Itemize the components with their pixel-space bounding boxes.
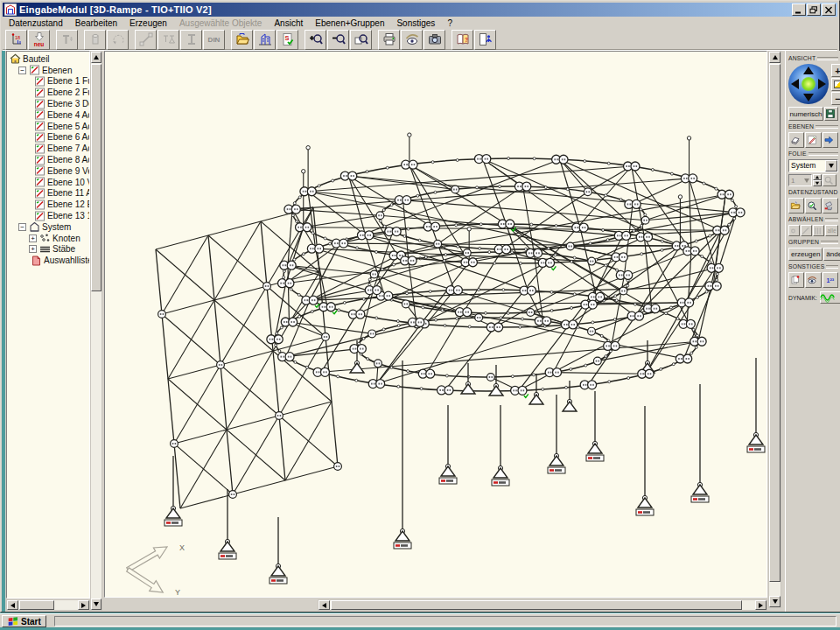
canvas-horizontal-scrollbar[interactable]: [318, 599, 767, 611]
zoom-out-view-button[interactable]: −: [831, 92, 840, 105]
tree-horizontal-scrollbar[interactable]: [6, 599, 90, 611]
expand-box-icon[interactable]: +: [29, 245, 37, 253]
tree-hscroll-thumb[interactable]: [19, 600, 54, 610]
close-button[interactable]: [822, 4, 836, 16]
zoom-mode-button[interactable]: [831, 78, 840, 91]
dropdown-arrow-icon[interactable]: [825, 160, 837, 172]
numerisch-button[interactable]: numerisch: [788, 107, 823, 121]
tree-item-bauteil[interactable]: Bauteil: [8, 53, 89, 65]
save-view-button[interactable]: [824, 107, 838, 121]
tree-item-knoten[interactable]: +Knoten: [8, 233, 89, 244]
canvas-hscroll-thumb[interactable]: [331, 600, 742, 610]
tree-item-ebene-8[interactable]: Ebene 8 Ach: [8, 154, 89, 165]
zoom-in-button[interactable]: [304, 30, 326, 50]
tree-item-label: Ebene 6 Ach: [47, 132, 90, 142]
tree-item-ebene-4[interactable]: Ebene 4 Ach: [8, 109, 89, 121]
canvas-vscroll-thumb[interactable]: [769, 64, 780, 582]
tree-item-label: Ebene 12 EG: [47, 200, 90, 209]
collapse-box-icon[interactable]: −: [18, 66, 26, 74]
tree-item-ebenen[interactable]: −Ebenen: [8, 65, 89, 76]
datenzustand-load-button[interactable]: [788, 198, 804, 214]
tree-item-ebene-13[interactable]: Ebene 13 1C: [8, 210, 89, 221]
view-options-button[interactable]: [401, 30, 423, 50]
tree-item-ebene-1[interactable]: Ebene 1 Fun: [8, 76, 89, 88]
ebene-edit-button[interactable]: [805, 132, 821, 148]
tree-vscroll-thumb[interactable]: [91, 64, 102, 291]
tree-item-ebene-3[interactable]: Ebene 3 Dec: [8, 98, 89, 109]
canvas-scroll-right-button[interactable]: [755, 600, 766, 610]
tree-item-ebene-11[interactable]: Ebene 11 Aus: [8, 188, 89, 200]
list-page-icon: [31, 256, 42, 266]
exit-button[interactable]: [474, 30, 496, 50]
menu-datenzustand[interactable]: Datenzustand: [3, 18, 69, 28]
numbering-button[interactable]: 1²³: [822, 272, 838, 288]
open-folder-icon: [790, 200, 802, 211]
rotate-down-arrow-icon[interactable]: [803, 94, 814, 102]
ebene-plane-button[interactable]: [788, 132, 804, 148]
model-viewport[interactable]: X Y: [104, 51, 767, 598]
tree-item-ebene-6[interactable]: Ebene 6 Ach: [8, 132, 89, 144]
tree-item-ebene-9[interactable]: Ebene 9 Ve: [8, 165, 89, 177]
rotate-left-arrow-icon[interactable]: [791, 79, 799, 89]
tree-scroll-left-button[interactable]: [7, 600, 18, 610]
gruppen-erzeugen-button[interactable]: erzeugen: [788, 248, 822, 261]
tree-vertical-scrollbar[interactable]: [90, 51, 102, 611]
new-button[interactable]: neu: [28, 30, 50, 50]
tree-scroll-down-button[interactable]: [91, 598, 102, 610]
taskbar-tray: [54, 616, 836, 626]
tree-scroll-right-button[interactable]: [78, 600, 89, 610]
datenzustand-check-button[interactable]: [805, 198, 821, 214]
structure-numbers-button[interactable]: 18: [5, 30, 27, 50]
folie-number-spinner[interactable]: [813, 174, 822, 186]
menu-ausgewählte-objekte: Ausgewählte Objekte: [173, 18, 269, 28]
canvas-scroll-left-button[interactable]: [318, 600, 330, 610]
spin-down-button[interactable]: [813, 180, 822, 186]
menu-ansicht[interactable]: Ansicht: [268, 18, 309, 28]
tree-item-ebene-2[interactable]: Ebene 2 Fug: [8, 87, 89, 98]
zoom-in-view-button[interactable]: +: [831, 64, 840, 77]
restore-button[interactable]: [807, 4, 821, 16]
print-button[interactable]: [378, 30, 400, 50]
menu-ebenen+gruppen[interactable]: Ebenen+Gruppen: [309, 18, 390, 28]
rotate-up-arrow-icon[interactable]: [803, 66, 814, 74]
zoom-out-button[interactable]: [327, 30, 349, 50]
folie-dropdown[interactable]: System: [788, 159, 838, 172]
tree-scroll-up-button[interactable]: [91, 52, 102, 63]
layer-page-icon: [29, 65, 40, 75]
rotate-right-arrow-icon[interactable]: [818, 79, 826, 89]
copy-pages-button[interactable]: [788, 272, 804, 288]
menu-help[interactable]: ?: [441, 18, 458, 28]
start-button[interactable]: Start: [2, 615, 46, 627]
canvas-vertical-scrollbar[interactable]: [768, 51, 781, 608]
help-book-button[interactable]: ?: [452, 30, 473, 50]
ebene-goto-button[interactable]: [822, 132, 838, 148]
tree-item-staebe[interactable]: +Stäbe: [8, 244, 89, 256]
minimize-button[interactable]: [792, 4, 806, 16]
gruppen-aendern-button[interactable]: ändern: [823, 248, 840, 261]
menu-sonstiges[interactable]: Sonstiges: [390, 18, 441, 28]
menu-erzeugen[interactable]: Erzeugen: [123, 18, 173, 28]
menu-bearbeiten[interactable]: Bearbeiten: [69, 18, 123, 28]
dynamik-button[interactable]: [820, 291, 840, 304]
tree-item-ebene-7[interactable]: Ebene 7 Ac: [8, 143, 89, 154]
view-compass[interactable]: [788, 64, 829, 104]
tree-item-ebene-12[interactable]: Ebene 12 EG: [8, 199, 89, 210]
tree-item-system[interactable]: −System: [8, 221, 89, 233]
spin-up-button[interactable]: [813, 174, 822, 180]
tree-item-auswahllisten[interactable]: Auswahllisten: [8, 255, 89, 266]
zoom-window-button[interactable]: [350, 30, 372, 50]
canvas-scroll-up-button[interactable]: [769, 52, 780, 63]
canvas-scroll-down-button[interactable]: [769, 596, 780, 607]
collapse-box-icon[interactable]: −: [18, 223, 26, 231]
tree-item-ebene-10[interactable]: Ebene 10 Ve: [8, 177, 89, 188]
expand-box-icon[interactable]: +: [29, 234, 37, 242]
camera-button[interactable]: [424, 30, 445, 50]
tree-item-ebene-5[interactable]: Ebene 5 Ach: [8, 121, 89, 132]
open-folder-button[interactable]: [231, 30, 253, 50]
building-grid-button[interactable]: [254, 30, 276, 50]
datenzustand-apply-button[interactable]: [822, 198, 838, 214]
visibility-button[interactable]: [805, 272, 821, 288]
pages-icon: [790, 275, 802, 285]
save-state-button[interactable]: S: [276, 30, 298, 50]
axis-indicator: X Y: [121, 542, 204, 596]
